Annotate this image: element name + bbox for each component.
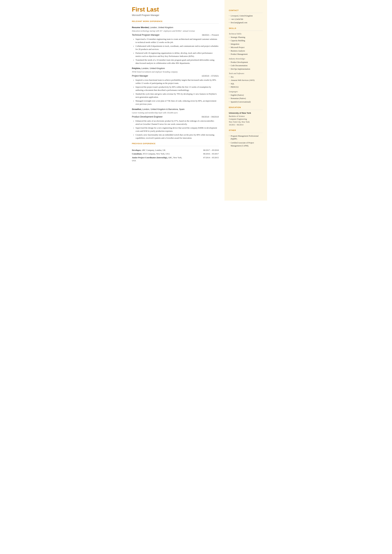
contact-list: Liverpool, United Kingdom +44 123456789 … xyxy=(229,14,263,24)
tech-skill-5: Business Analysis xyxy=(229,49,263,52)
job-3: Growthsi, London, United Kingdom & Barce… xyxy=(132,108,219,140)
job-1-company-name: Resume Worded, xyxy=(132,26,149,28)
contact-header: CONTACT xyxy=(229,9,263,12)
job-1-company-desc: Education technology startup with 50+ em… xyxy=(132,29,219,33)
sidebar: CONTACT Liverpool, United Kingdom +44 12… xyxy=(224,0,267,201)
languages-list: English (Native) Romanian (Native) Spani… xyxy=(229,94,263,104)
job-2-company-desc: NYSE-listed recruitment and employer bra… xyxy=(132,70,219,73)
prev-exp-bold-1: Developer, xyxy=(132,149,141,151)
prev-exp-row-1: Developer, ABC Company, London, UK 06/20… xyxy=(132,148,219,152)
job-3-title-row: Product Development Engineer 06/2018 – 0… xyxy=(132,115,219,119)
technical-skills-label: Technical Skills: xyxy=(229,32,263,35)
job-1-title-row: Technical Program Manager 08/2021 – Pres… xyxy=(132,33,219,37)
job-1: Resume Worded, London, United Kingdom Ed… xyxy=(132,26,219,65)
tool-skill-1: Jira xyxy=(229,76,263,78)
technical-skills-list: Strategic Planning Capacity Building Int… xyxy=(229,36,263,56)
previous-experience-table: Developer, ABC Company, London, UK 06/20… xyxy=(132,148,219,162)
job-1-title: Technical Program Manager xyxy=(132,33,160,37)
job-3-title: Product Development Engineer xyxy=(132,115,163,119)
language-1: English (Native) xyxy=(229,94,263,97)
contact-item-2: +44 123456789 xyxy=(229,18,263,21)
other-item-2: Certified Associate of Project Managemen… xyxy=(229,141,263,147)
job-1-dates: 08/2021 – Present xyxy=(202,34,219,37)
job-3-bullet-1: Enhanced the sales of an electronic prod… xyxy=(133,119,219,126)
job-1-bullet-2: Collaborated with 8 departments to track… xyxy=(133,44,219,51)
job-2-bullets: Inspired a cross-functional team to achi… xyxy=(132,78,219,105)
prev-exp-dates-1: 06/2017 – 05/2018 xyxy=(184,148,219,152)
industry-skills-label: Industry Knowledge: xyxy=(229,57,263,60)
other-item-1: Program Management Professional (PgMP). xyxy=(229,134,263,140)
education-entry-1: University of New York Bachelor of Scien… xyxy=(229,112,263,126)
industry-skill-2: Code Documentation xyxy=(229,64,263,67)
job-2-company-name: Polyhire, xyxy=(132,67,141,70)
job-2-title: Project Manager xyxy=(132,74,148,77)
job-2-bullet-3: Slashed the cycle time and grew sales re… xyxy=(133,92,219,98)
prev-exp-row-2: Consultant, XYZ Company, New York, USA 0… xyxy=(132,152,219,156)
industry-skill-1: Product Development xyxy=(229,61,263,64)
job-1-company-location: London, United Kingdom xyxy=(150,26,173,28)
resume-page: First Last Microsoft Program Manager REL… xyxy=(125,0,267,201)
job-3-dates: 06/2018 – 09/2019 xyxy=(202,115,219,119)
contact-item-3: first.last@gmail.com xyxy=(229,21,263,24)
job-2-company-header: Polyhire, London, United Kingdom xyxy=(132,67,219,70)
prev-exp-bold-3: Junior Project Coordinator (Internship), xyxy=(132,156,168,159)
industry-skills-list: Product Development Code Documentation D… xyxy=(229,61,263,70)
tech-skill-6: Product Management xyxy=(229,53,263,56)
education-header: EDUCATION xyxy=(229,106,263,109)
tech-skill-1: Strategic Planning xyxy=(229,36,263,39)
language-2: Romanian (Native) xyxy=(229,97,263,100)
prev-exp-label-3: Junior Project Coordinator (Internship),… xyxy=(132,156,184,162)
job-3-company-name: Growthsi, xyxy=(132,108,142,110)
job-1-company-header: Resume Worded, London, United Kingdom xyxy=(132,26,219,29)
skills-divider xyxy=(229,31,263,31)
tool-skill-3: SQL xyxy=(229,83,263,85)
prev-exp-dates-2: 06/2016 – 05/2017 xyxy=(184,152,219,156)
job-3-bullet-3: Created a new functionality into an embe… xyxy=(133,133,219,140)
language-3: Spanish (Conversational) xyxy=(229,101,263,104)
tools-skills-label: Tools and Software: xyxy=(229,72,263,75)
contact-item-1: Liverpool, United Kingdom xyxy=(229,14,263,17)
other-content: Program Management Professional (PgMP). … xyxy=(229,134,263,147)
job-1-bullets: Supervised a 15-member engineering team … xyxy=(132,38,219,65)
job-3-company-header: Growthsi, London, United Kingdom & Barce… xyxy=(132,108,219,111)
other-divider xyxy=(229,133,263,133)
job-3-bullets: Enhanced the sales of an electronic prod… xyxy=(132,119,219,140)
edu-degree: Bachelor of Science xyxy=(229,115,263,118)
name-section: First Last Microsoft Program Manager xyxy=(132,6,219,17)
other-header: OTHER xyxy=(229,129,263,132)
edu-field: Computer Engineering xyxy=(229,118,263,120)
tech-skill-3: Integration xyxy=(229,43,263,46)
job-2-dates: 10/2019 – 07/2021 xyxy=(202,74,219,77)
tool-skill-2: Amazon Web Services (AWS) xyxy=(229,79,263,82)
job-1-bullet-4: Translated the needs of a 10-member team… xyxy=(133,58,219,65)
tool-skill-4: PRINCE2 xyxy=(229,86,263,89)
job-2-bullet-1: Inspired a cross-functional team to achi… xyxy=(133,78,219,85)
main-column: First Last Microsoft Program Manager REL… xyxy=(125,0,224,201)
job-2-bullet-4: Managed oversight over a test plan of 75… xyxy=(133,99,219,105)
prev-exp-label-2: Consultant, XYZ Company, New York, USA xyxy=(132,152,184,156)
tech-skill-4: Microsoft Project xyxy=(229,46,263,49)
relevant-work-header: RELEVANT WORK EXPERIENCE xyxy=(132,20,219,23)
job-2: Polyhire, London, United Kingdom NYSE-li… xyxy=(132,67,219,105)
candidate-title: Microsoft Program Manager xyxy=(132,14,219,17)
prev-exp-rest-1: ABC Company, London, UK xyxy=(141,149,165,151)
edu-location: New York City, New York xyxy=(229,120,263,123)
job-2-company-location: London, United Kingdom xyxy=(141,67,165,70)
prev-exp-rest-2: XYZ Company, New York, USA xyxy=(142,153,170,155)
languages-label: Languages: xyxy=(229,90,263,93)
job-1-bullet-1: Supervised a 15-member engineering team … xyxy=(133,38,219,44)
tech-skill-2: Capacity Building xyxy=(229,39,263,42)
job-2-title-row: Project Manager 10/2019 – 07/2021 xyxy=(132,74,219,77)
job-3-company-location: London, United Kingdom & Barcelona, Spai… xyxy=(142,108,185,110)
tools-skills-list: Jira Amazon Web Services (AWS) SQL PRINC… xyxy=(229,76,263,89)
relevant-work-divider xyxy=(132,23,219,24)
previous-exp-divider xyxy=(132,146,219,146)
industry-skill-3: DevOps Implementation xyxy=(229,68,263,70)
job-3-company-desc: Career training and membership SaaS with… xyxy=(132,111,219,114)
prev-exp-label-1: Developer, ABC Company, London, UK xyxy=(132,148,184,152)
job-2-bullet-2: Improved the project team's productivity… xyxy=(133,85,219,91)
prev-exp-bold-2: Consultant, xyxy=(132,153,142,155)
skills-header: SKILLS xyxy=(229,27,263,30)
prev-exp-dates-3: 07/2014 – 05/2015 xyxy=(184,156,219,162)
edu-dates: 10/2011 - 06/2014 xyxy=(229,123,263,126)
